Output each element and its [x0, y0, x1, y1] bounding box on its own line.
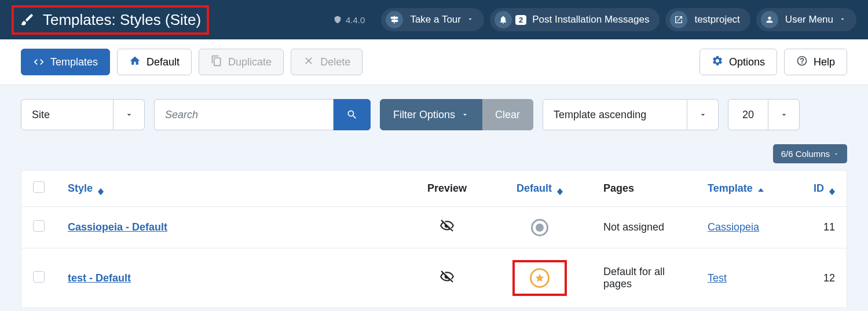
templates-button[interactable]: Templates [21, 49, 110, 75]
preview-disabled-icon[interactable] [440, 269, 455, 284]
col-default[interactable]: Default [488, 171, 592, 207]
home-icon [129, 55, 141, 67]
table-row: test - Default Default for all pages Tes… [21, 248, 847, 308]
style-link[interactable]: Cassiopeia - Default [68, 221, 167, 233]
table-row: Cassiopeia - Default Not assigned Cassio… [21, 207, 847, 248]
action-toolbar: Templates Default Duplicate Delete Optio… [0, 39, 868, 85]
chevron-down-icon [833, 151, 839, 157]
x-icon [303, 55, 314, 67]
help-icon [796, 55, 808, 67]
col-preview: Preview [406, 171, 488, 207]
pages-cell: Not assigned [592, 207, 696, 248]
page-title: Templates: Styles (Site) [43, 11, 201, 29]
template-link[interactable]: Cassiopeia [708, 221, 759, 233]
user-menu-button[interactable]: User Menu [756, 8, 856, 31]
filter-options-button[interactable]: Filter Options [380, 99, 482, 130]
chevron-down-icon[interactable] [687, 99, 719, 130]
version-label: 4.4.0 [333, 15, 365, 25]
limit-select[interactable]: 20 [728, 99, 800, 130]
chevron-down-icon[interactable] [768, 99, 800, 130]
chevron-down-icon [461, 111, 469, 119]
delete-button[interactable]: Delete [291, 49, 362, 75]
admin-header: Templates: Styles (Site) 4.4.0 Take a To… [0, 0, 868, 39]
sort-asc-icon [758, 188, 764, 192]
external-link-icon [670, 11, 687, 28]
code-icon [33, 56, 45, 68]
pages-cell: Default for all pages [592, 248, 696, 308]
notification-count: 2 [515, 15, 526, 25]
col-style[interactable]: Style [56, 171, 406, 207]
chevron-down-icon [839, 14, 846, 25]
col-pages: Pages [592, 171, 696, 207]
default-button[interactable]: Default [117, 49, 192, 75]
search-icon [346, 109, 358, 120]
chevron-down-icon[interactable] [113, 99, 145, 130]
chevron-down-icon [467, 14, 474, 25]
row-checkbox[interactable] [33, 220, 45, 232]
filter-bar: Site Filter Options Clear Template ascen… [0, 85, 868, 144]
options-button[interactable]: Options [699, 49, 777, 75]
sort-select[interactable]: Template ascending [543, 99, 719, 130]
col-template[interactable]: Template [696, 171, 800, 207]
gear-icon [712, 55, 723, 67]
template-link[interactable]: Test [708, 272, 727, 284]
notifications-button[interactable]: 2 Post Installation Messages [490, 8, 660, 31]
id-cell: 12 [800, 248, 847, 308]
copy-icon [211, 55, 222, 67]
id-cell: 11 [800, 207, 847, 248]
brush-icon [20, 12, 35, 27]
take-tour-button[interactable]: Take a Tour [381, 8, 484, 31]
signpost-icon [386, 11, 403, 28]
clear-button[interactable]: Clear [482, 99, 533, 130]
help-button[interactable]: Help [784, 49, 847, 75]
duplicate-button[interactable]: Duplicate [199, 49, 284, 75]
row-checkbox[interactable] [33, 271, 45, 283]
sort-icon [98, 188, 104, 195]
default-indicator [512, 260, 567, 296]
search-button[interactable] [334, 99, 371, 130]
client-select[interactable]: Site [21, 99, 145, 130]
search-input[interactable] [154, 99, 334, 130]
preview-disabled-icon[interactable] [440, 218, 455, 233]
set-default-toggle[interactable] [531, 219, 548, 236]
sort-icon [829, 188, 835, 195]
default-star-icon[interactable] [530, 268, 550, 288]
sort-icon [557, 188, 563, 195]
select-all-checkbox[interactable] [33, 181, 45, 193]
bell-icon [495, 11, 512, 28]
col-id[interactable]: ID [800, 171, 847, 207]
user-icon [761, 11, 778, 28]
project-link[interactable]: testproject [665, 8, 750, 31]
page-title-area: Templates: Styles (Site) [12, 5, 209, 35]
columns-toggle[interactable]: 6/6 Columns [773, 144, 847, 163]
joomla-icon [333, 15, 342, 24]
styles-table: Style Preview Default Pages Template ID [21, 170, 847, 308]
style-link[interactable]: test - Default [68, 272, 131, 284]
